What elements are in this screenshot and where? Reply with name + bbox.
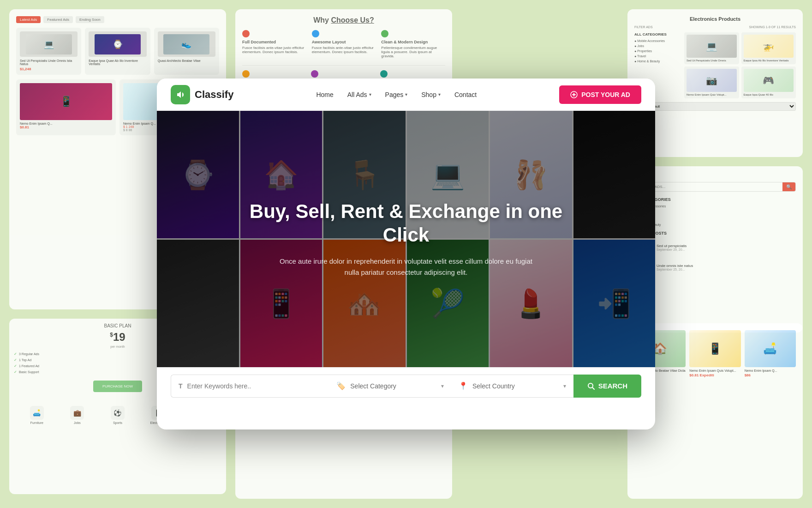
bg-feature-desc-1: Fusce facilisis ante-vitae justo efficit… xyxy=(242,46,306,54)
nav-item-pages[interactable]: Pages ▾ xyxy=(385,91,408,98)
bg-tabs-row: Latest Ads Featured Ads Ending Soon xyxy=(16,16,219,23)
bg-feature-1: Full Documented Fusce facilisis ante-vit… xyxy=(242,30,306,58)
navbar: Classify Home All Ads ▾ Pages ▾ Shop ▾ C… xyxy=(157,79,655,111)
bg-product-2: ⌚ Eaque Ipsa Quae Ab Illo Inventore Veri… xyxy=(85,28,150,75)
nav-item-all-ads[interactable]: All Ads ▾ xyxy=(347,91,371,98)
bg-recent-post-1: 💻 Sed ut perspiciatis September 29, 20..… xyxy=(634,239,796,255)
search-country-select[interactable]: 📍 Select Country ▾ xyxy=(451,375,573,398)
post-ad-button[interactable]: POST YOUR AD xyxy=(559,85,641,104)
bg-feature-desc-2: Fusce facilisis ante-vitae justo efficit… xyxy=(312,46,376,54)
bg-feature-icon-2 xyxy=(312,30,319,37)
bg-electronics-product-4: 🎮 Eaque Iqsa Quae 40 Illo xyxy=(741,67,796,98)
bg-product-img-1: 💻 xyxy=(20,31,78,57)
logo-text: Classify xyxy=(195,89,233,101)
nav-item-shop[interactable]: Shop ▾ xyxy=(421,91,441,98)
nav-item-home[interactable]: Home xyxy=(316,91,333,98)
bg-product-3: 👟 Quasi Architecto Beatae Vitae xyxy=(154,28,219,75)
category-label: Select Category xyxy=(350,382,436,390)
bg-why-heading: Why Choose Us? xyxy=(242,16,445,24)
bg-purchase-btn[interactable]: PURCHASE NOW xyxy=(93,381,142,392)
bg-search-btn[interactable]: 🔍 xyxy=(782,182,795,191)
search-keyword-input[interactable] xyxy=(187,382,322,390)
hero-section: ⌚ 🏠 🪑 💻 🩰 📱 🏘️ 🎾 xyxy=(157,111,655,367)
search-bar: T 🏷️ Select Category ▾ 📍 Select Country … xyxy=(157,367,655,404)
bg-product-title-2: Eaque Ipsa Quae Ab Illo Inventore Verita… xyxy=(89,59,146,66)
search-category-select[interactable]: 🏷️ Select Category ▾ xyxy=(329,375,451,398)
location-pin-icon: 📍 xyxy=(459,381,468,390)
bg-tab-featured: Featured Ads xyxy=(43,16,73,23)
logo: Classify xyxy=(171,85,233,104)
logo-icon xyxy=(171,85,190,104)
bg-tab-latest: Latest Ads xyxy=(16,16,41,23)
svg-line-4 xyxy=(592,387,594,389)
bg-bottom-product-1: 📱 Nemo Enim Ipsam Q... $0.81 xyxy=(16,79,116,135)
bg-search-input[interactable] xyxy=(635,182,782,191)
all-ads-chevron-icon: ▾ xyxy=(369,92,371,97)
bg-feature-desc-3: Pellentesque condimentum augue ligula a … xyxy=(381,46,445,58)
bg-feature-title-3: Clean & Modern Design xyxy=(381,40,445,44)
keyword-icon: T xyxy=(179,382,183,390)
bg-product-price-1: $1,248 xyxy=(20,67,78,71)
category-chevron-icon: ▾ xyxy=(441,383,444,389)
search-keyword-field: T xyxy=(171,375,329,398)
hero-title: Buy, Sell, Rent & Exchange in one Click xyxy=(245,200,567,247)
nav-links: Home All Ads ▾ Pages ▾ Shop ▾ Contact xyxy=(316,91,477,98)
search-button[interactable]: SEARCH xyxy=(573,375,641,398)
country-chevron-icon: ▾ xyxy=(563,383,566,389)
bg-electronics-product-1: 💻 Sed Ut Perspiciatis Unde Omnis xyxy=(684,32,739,64)
bg-br-product-2: 📱 Nemo Enim Ipsam Quis Volupt... $0.81 E… xyxy=(689,330,740,380)
megaphone-icon xyxy=(175,90,185,100)
bg-product-img-2: ⌚ xyxy=(89,31,146,57)
country-label: Select Country xyxy=(472,382,559,390)
bg-cat-jobs: 💼 Jobs xyxy=(59,406,96,424)
bg-product-img-3: 👟 xyxy=(158,31,215,57)
hero-subtitle: Once aute irure dolor in reprehenderit i… xyxy=(272,256,540,278)
bg-cat-sports: ⚽ Sports xyxy=(99,406,136,424)
bg-cat-furniture: 🛋️ Furniture xyxy=(18,406,55,424)
bg-electronics-product-3: 📷 Nemo Enim Ipsam Quiz Volupt... xyxy=(684,67,739,98)
bg-feature-3: Clean & Modern Design Pellentesque condi… xyxy=(381,30,445,58)
nav-item-contact[interactable]: Contact xyxy=(454,91,477,98)
bg-product-title-1: Sed Ut Perspiciatis Unde Omnis Ista Natu… xyxy=(20,59,78,66)
post-ad-icon xyxy=(570,91,578,98)
bg-feature-2: Awesome Layout Fusce facilisis ante-vita… xyxy=(312,30,376,58)
search-btn-label: SEARCH xyxy=(598,382,627,390)
category-tag-icon: 🏷️ xyxy=(336,381,346,390)
bg-product-title-3: Quasi Architecto Beatae Vitae xyxy=(158,59,215,62)
bg-electronics-title: Electronics Products xyxy=(634,16,796,22)
bg-sort-select[interactable]: Sort by Default xyxy=(634,102,796,111)
search-icon xyxy=(587,382,595,390)
bg-filter-row: FILTER ADS SHOWING 1-9 OF 11 RESULTS xyxy=(634,25,796,29)
bg-feature-title-1: Full Documented xyxy=(242,40,306,44)
shop-chevron-icon: ▾ xyxy=(438,92,441,97)
bg-product-grid: 💻 Sed Ut Perspiciatis Unde Omnis Ista Na… xyxy=(16,28,219,75)
bg-feature-icon-1 xyxy=(242,30,250,37)
bg-tab-ending: Ending Soon xyxy=(76,16,104,23)
hero-overlay: Buy, Sell, Rent & Exchange in one Click … xyxy=(157,111,655,367)
bg-feature-title-2: Awesome Layout xyxy=(312,40,376,44)
pages-chevron-icon: ▾ xyxy=(405,92,407,97)
bg-feature-icon-3 xyxy=(381,30,388,37)
bg-recent-post-2: ⌚ Unde omnis iste natus September 25, 20… xyxy=(634,259,796,275)
main-modal: Classify Home All Ads ▾ Pages ▾ Shop ▾ C… xyxy=(157,79,655,429)
bg-br-product-3: 🛋️ Nemo Enim Ipsam Q... $86 xyxy=(745,330,796,380)
bg-features-grid: Full Documented Fusce facilisis ante-vit… xyxy=(242,30,445,58)
bg-electronics-product-2: 🚁 Eaque Ipsa Ab Illo Inventore Veritatis xyxy=(741,32,796,64)
bg-product-1: 💻 Sed Ut Perspiciatis Unde Omnis Ista Na… xyxy=(16,28,81,75)
bg-bottom-products: 🏠 Quasi Architecto Beatae Vitae Dicta Su… xyxy=(634,330,796,380)
